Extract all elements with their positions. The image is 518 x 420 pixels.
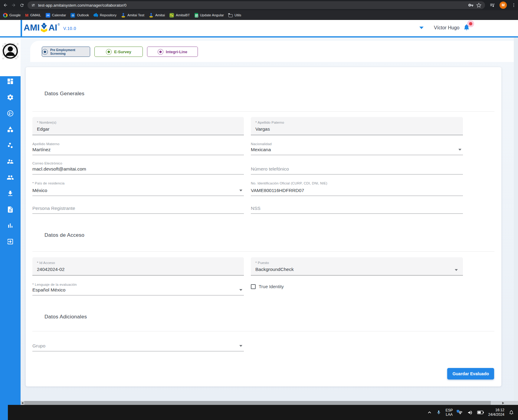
language-indicator[interactable]: ESP LAA [446, 408, 453, 417]
amitai-person-icon [149, 13, 153, 18]
tray-chevron-up-icon[interactable] [427, 410, 432, 415]
bookmark-update-angular[interactable]: Update Angular [195, 13, 224, 18]
bookmark-gmail[interactable]: MGMAIL [25, 13, 41, 18]
settings-gear-icon[interactable] [7, 94, 14, 101]
registered-mark: ® [57, 23, 60, 26]
bookmark-utils[interactable]: Utils [228, 13, 241, 17]
scatter-plot-icon[interactable] [7, 142, 14, 149]
media-control-icon[interactable] [490, 2, 495, 8]
pais-residencia-select[interactable]: * País de residencia México [32, 177, 244, 196]
bookmark-amitaibt[interactable]: AmitaiBT [169, 13, 190, 18]
url-text[interactable]: test-app.amitaisystem.com/manager/collab… [38, 3, 126, 8]
bookmark-outlook[interactable]: OOutlook [70, 13, 89, 18]
bookmark-google[interactable]: Google [3, 13, 21, 18]
collaborator-form-card: Datos Generales * Nombre(s) Edgar * Apel… [26, 67, 501, 386]
category-icon[interactable] [7, 126, 14, 133]
true-identity-checkbox[interactable]: True Identity [251, 284, 284, 289]
taskbar-pinned-app[interactable] [0, 405, 8, 420]
horizontal-scrollbar[interactable] [21, 401, 518, 405]
dashboard-icon[interactable] [7, 78, 14, 85]
people-icon[interactable] [7, 174, 14, 181]
user-name[interactable]: Víctor Hugo [434, 25, 459, 31]
tabs-panel: Pre Employment Screening E-Survey Integr… [30, 41, 518, 62]
identificacion-field[interactable]: No. Identificación Oficial (CURP, CDI, D… [251, 177, 463, 196]
face-icon[interactable] [7, 110, 14, 117]
grupo-select[interactable]: Grupo [32, 337, 244, 351]
user-avatar[interactable] [2, 43, 18, 59]
scroll-left-arrow-icon[interactable] [21, 402, 23, 404]
folder-icon [228, 14, 233, 17]
divider [32, 331, 494, 331]
chrome-right-cluster: M [490, 2, 516, 9]
tab-pre-employment-screening[interactable]: Pre Employment Screening [42, 47, 90, 57]
bookmark-repository[interactable]: Repository [93, 13, 116, 18]
wifi-icon[interactable] [457, 410, 463, 415]
microphone-icon[interactable] [436, 410, 441, 415]
puesto-select[interactable]: * Puesto BackgroundCheck [251, 257, 463, 275]
bookmark-calendar[interactable]: 24Calendar [46, 13, 66, 18]
nombre-field[interactable]: * Nombre(s) Edgar [32, 117, 244, 135]
chevron-down-icon [239, 345, 242, 347]
repository-icon [93, 13, 98, 18]
chevron-down-icon [455, 269, 458, 271]
header-dropdown-caret-icon[interactable] [419, 27, 424, 29]
date: 24/4/2024 [488, 412, 504, 417]
horizontal-scrollbar-thumb[interactable] [24, 401, 491, 405]
id-acceso-field[interactable]: * Id Acceso 24042024-02 [32, 257, 244, 275]
guardar-evaluado-button[interactable]: Guardar Evaluado [447, 368, 494, 379]
section-title-datos-de-acceso: Datos de Acceso [44, 232, 84, 238]
google-icon [3, 13, 8, 18]
speaker-icon[interactable] [467, 410, 473, 415]
correo-field[interactable]: Correo Electrónico macl.devsoft@amitai.c… [32, 158, 244, 174]
divider [32, 251, 494, 252]
notifications-icon[interactable] [509, 410, 514, 415]
taskbar: ESP LAA 16:12 24/4/2024 [0, 405, 518, 420]
back-icon[interactable] [2, 2, 9, 9]
amitai-logo: AMI AI ® [24, 23, 60, 33]
apellido-paterno-field[interactable]: * Apellido Paterno Vargas [251, 117, 463, 135]
download-icon[interactable] [7, 190, 14, 197]
system-tray: ESP LAA 16:12 24/4/2024 [427, 405, 518, 420]
vertical-scrollbar[interactable] [514, 37, 518, 401]
app-version: V.10.0 [63, 26, 76, 31]
bar-chart-icon[interactable] [7, 222, 14, 229]
tab-integri-line[interactable]: Integri-Line [147, 47, 198, 57]
section-title-datos-generales: Datos Generales [44, 91, 84, 97]
battery-icon[interactable] [477, 411, 484, 414]
gmail-icon: M [25, 13, 28, 18]
logout-icon[interactable] [7, 238, 14, 245]
scroll-right-arrow-icon[interactable] [502, 402, 504, 404]
site-info-icon[interactable] [31, 3, 35, 7]
pes-tab-icon [42, 49, 48, 55]
url-bar[interactable]: test-app.amitaisystem.com/manager/collab… [28, 1, 485, 9]
calendar-icon: 24 [46, 13, 50, 18]
bookmark-amitai[interactable]: Amitai [149, 13, 165, 18]
telefono-field[interactable]: Número telefónico [251, 158, 463, 174]
forward-icon[interactable] [10, 2, 17, 9]
notification-bell-icon[interactable] [463, 24, 470, 31]
tab-e-survey[interactable]: E-Survey [94, 47, 143, 57]
lenguaje-select[interactable]: * Lenguaje de la evaluación Español Méxi… [32, 279, 244, 295]
header-accent-bar [21, 20, 22, 36]
browser-profile-avatar[interactable]: M [500, 2, 507, 9]
module-tabs: Pre Employment Screening E-Survey Integr… [42, 47, 198, 57]
clock[interactable]: 16:12 24/4/2024 [488, 408, 504, 417]
browser-toolbar: test-app.amitaisystem.com/manager/collab… [0, 0, 518, 10]
bookmark-star-icon[interactable] [476, 3, 481, 8]
kebab-menu-icon[interactable] [511, 3, 516, 8]
chevron-down-icon [239, 289, 242, 291]
apellido-materno-field[interactable]: Apellido Materno Martínez [32, 138, 244, 155]
amitai-person-icon [121, 13, 126, 18]
document-icon[interactable] [7, 206, 14, 213]
amitai-person-logo-icon [40, 23, 48, 33]
supervisor-account-icon[interactable] [7, 158, 14, 165]
nacionalidad-select[interactable]: Nacionalidad Mexicana [251, 138, 463, 155]
nss-field[interactable]: NSS [251, 200, 463, 214]
password-key-icon[interactable] [468, 2, 474, 8]
persona-registrante-field[interactable]: Persona Registrante [32, 200, 244, 214]
bookmark-amitai-test[interactable]: Amitai Test [121, 13, 144, 18]
reload-icon[interactable] [18, 2, 25, 9]
divider [32, 111, 494, 112]
checkbox-icon[interactable] [251, 284, 256, 289]
sidebar-nav [0, 76, 21, 405]
